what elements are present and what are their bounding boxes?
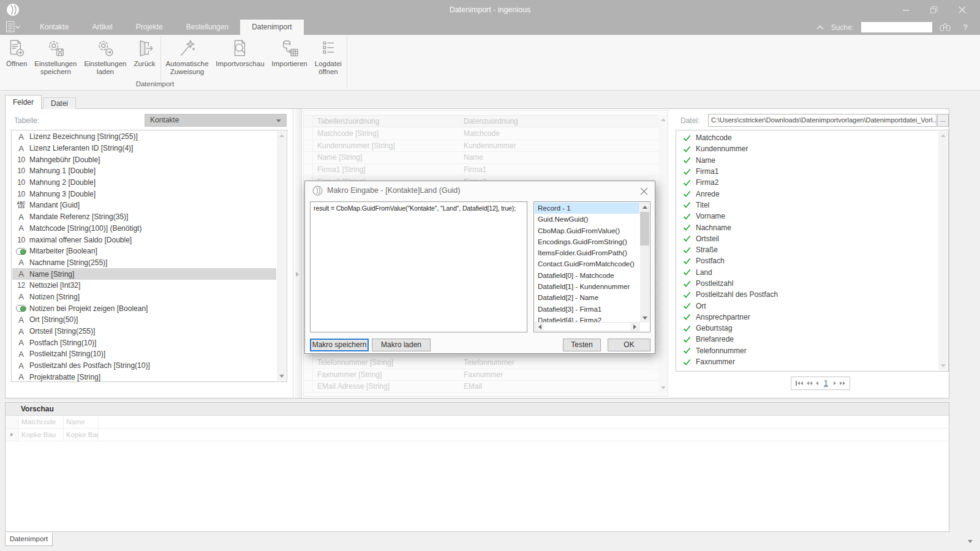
field-list-item[interactable]: Mahnung 2 [Double] (12, 177, 276, 189)
field-list-scrollbar[interactable] (277, 131, 286, 381)
file-column-item[interactable]: Postleitzahl des Postfach (677, 289, 938, 300)
file-column-item[interactable]: Ort (677, 300, 938, 311)
load-settings-button[interactable]: Einstellungen laden (80, 36, 130, 76)
field-list-item[interactable]: Postleitzahl des Postfach [String(10)] (12, 360, 276, 372)
field-list-item[interactable]: Mahnung 3 [Double] (12, 188, 276, 200)
restore-button[interactable] (920, 0, 948, 20)
file-column-item[interactable]: Briefanrede (677, 334, 938, 345)
binoculars-icon[interactable] (940, 23, 951, 32)
field-list-item[interactable]: Lizenz Lieferanten ID [String(4)] (12, 143, 276, 154)
field-list-item[interactable]: Projektrabatte [String] (12, 371, 276, 383)
scroll-up-icon[interactable] (277, 131, 286, 140)
help-icon[interactable]: ? (958, 23, 973, 32)
file-column-item[interactable]: Name (677, 155, 938, 166)
search-input[interactable] (861, 22, 932, 32)
file-column-item[interactable]: Land (677, 267, 938, 278)
test-button[interactable]: Testen (563, 339, 601, 351)
tab-list-chevron-icon[interactable] (968, 540, 973, 543)
file-column-item[interactable]: Postleitzahl (677, 278, 938, 289)
scroll-up-icon[interactable] (658, 115, 668, 124)
load-macro-button[interactable]: Makro laden (372, 339, 431, 351)
auto-assign-button[interactable]: Automatische Zuweisung (162, 36, 213, 76)
mapping-scrollbar[interactable] (658, 115, 668, 392)
file-column-item[interactable]: Ansprechpartner (677, 312, 938, 323)
macro-snippet-item[interactable]: Datafield[1] - Kundennummer (535, 281, 639, 292)
macro-snippet-item[interactable]: Guid.NewGuid() (535, 214, 639, 225)
dialog-close-icon[interactable] (640, 187, 648, 195)
field-list-item[interactable]: Mandate Referenz [String(35)] (12, 211, 276, 223)
ribbon-tab[interactable]: Artikel (80, 20, 124, 35)
macro-code-editor[interactable]: result = CboMap.GuidFromValue("Kontakte"… (310, 201, 527, 332)
back-button[interactable]: Zurück (130, 36, 159, 68)
file-column-item[interactable]: Geburtstag (677, 323, 938, 334)
field-list-item[interactable]: Mitarbeiter [Boolean] (12, 246, 276, 257)
scroll-right-icon[interactable] (630, 323, 639, 331)
pager-fast-next-icon[interactable] (840, 381, 845, 385)
pager-prev-icon[interactable] (816, 381, 818, 385)
pager-first-icon[interactable] (796, 381, 803, 386)
ok-button[interactable]: OK (608, 339, 650, 351)
macro-snippet-item[interactable]: Contact.GuidFromMatchcode() (535, 258, 639, 269)
file-column-item[interactable]: Straße (677, 244, 938, 255)
splitter[interactable] (293, 109, 302, 398)
file-column-item[interactable]: Firma2 (677, 177, 938, 188)
file-column-item[interactable]: Anrede (677, 188, 938, 199)
table-select[interactable]: Kontakte (145, 114, 287, 127)
scroll-down-icon[interactable] (640, 313, 649, 323)
field-list-item[interactable]: maximal offener Saldo [Double] (12, 234, 276, 246)
file-column-item[interactable]: Ortsteil (677, 233, 938, 244)
ribbon-tab[interactable]: Datenimport (240, 20, 303, 35)
open-logfile-button[interactable]: Logdatei öffnen (311, 36, 345, 76)
field-list-item[interactable]: Name [String] (12, 268, 276, 280)
file-column-item[interactable]: Firma1 (677, 166, 938, 177)
field-list-item[interactable]: Postleitzahl [String(10)] (12, 348, 276, 360)
tab-datei[interactable]: Datei (43, 97, 76, 109)
field-list-item[interactable]: Mandant [Guid] (12, 200, 276, 211)
scrollbar-thumb[interactable] (640, 212, 649, 246)
field-list-item[interactable]: Notizen bei Projekt zeigen [Boolean] (12, 302, 276, 314)
field-list-item[interactable]: Mahnung 1 [Double] (12, 165, 276, 177)
file-column-item[interactable]: Kundennummer (677, 143, 938, 154)
macro-snippet-item[interactable]: Datafield[2] - Name (535, 292, 639, 303)
macro-snippet-item[interactable]: Datafield[3] - Firma1 (535, 304, 639, 315)
macro-snippet-item[interactable]: ItemsFolder.GuidFromPath() (535, 247, 639, 258)
scroll-up-icon[interactable] (640, 203, 649, 212)
field-list-item[interactable]: Notizen [String] (12, 291, 276, 303)
snippet-hscrollbar[interactable] (535, 322, 639, 331)
field-list-item[interactable]: Nettoziel [Int32] (12, 280, 276, 291)
file-column-item[interactable]: Titel (677, 200, 938, 211)
import-button[interactable]: Importieren (268, 36, 311, 68)
field-list-item[interactable]: Ortsteil [String(255)] (12, 326, 276, 337)
close-button[interactable] (948, 0, 976, 20)
scroll-down-icon[interactable] (658, 383, 668, 392)
pager-next-icon[interactable] (834, 381, 836, 385)
scroll-down-icon[interactable] (938, 361, 948, 370)
scroll-left-icon[interactable] (535, 323, 544, 331)
pager-page-number[interactable]: 1 (824, 379, 828, 388)
pager-fast-prev-icon[interactable] (807, 381, 812, 385)
document-tab-datenimport[interactable]: Datenimport (5, 533, 53, 546)
file-column-item[interactable]: Nachname (677, 222, 938, 233)
ribbon-tab[interactable]: Bestellungen (175, 20, 240, 35)
field-list-item[interactable]: Nachname [String(255)] (12, 257, 276, 269)
file-column-item[interactable]: Faxnummer (677, 356, 938, 367)
open-button[interactable]: Öffnen (2, 36, 31, 68)
scroll-down-icon[interactable] (277, 372, 286, 381)
macro-snippet-item[interactable]: Encodings.GuidFromString() (535, 236, 639, 247)
snippet-vscrollbar[interactable] (640, 203, 649, 323)
browse-button[interactable]: ... (937, 114, 949, 127)
file-path-field[interactable]: C:\Users\cstricker\Downloads\Datenimport… (708, 114, 937, 127)
file-column-item[interactable]: Postfach (677, 255, 938, 266)
file-column-item[interactable]: Telefonnummer (677, 345, 938, 356)
file-columns-scrollbar[interactable] (938, 131, 948, 370)
scroll-up-icon[interactable] (938, 131, 948, 140)
field-list-item[interactable]: Mahngebühr [Double] (12, 154, 276, 165)
file-column-item[interactable]: Matchcode (677, 132, 938, 143)
import-preview-button[interactable]: Importvorschau (212, 36, 268, 68)
minimize-button[interactable] (892, 0, 920, 20)
field-list-item[interactable]: Ort [String(50)] (12, 314, 276, 326)
tab-felder[interactable]: Felder (5, 95, 42, 109)
macro-snippet-item[interactable]: Record - 1 (535, 203, 639, 214)
field-list-item[interactable]: Postfach [String(10)] (12, 337, 276, 348)
save-macro-button[interactable]: Makro speichern (310, 339, 369, 351)
